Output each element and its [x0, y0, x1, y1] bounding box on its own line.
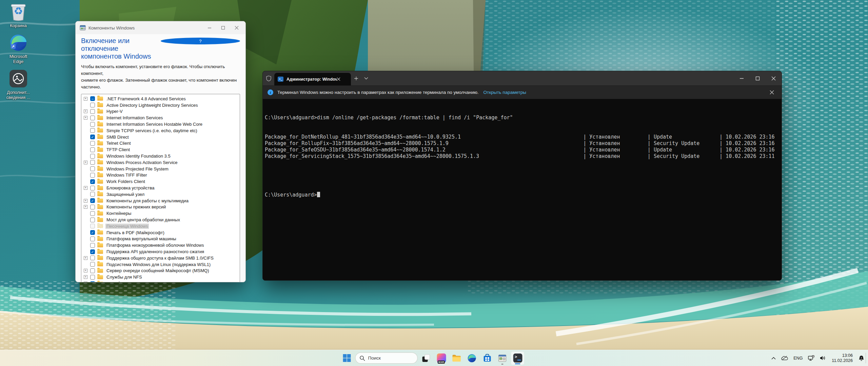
- open-settings-link[interactable]: Открыть параметры: [484, 90, 526, 95]
- feature-row[interactable]: Платформа низкоуровневой оболочки Window…: [83, 242, 240, 248]
- terminal-minimize-button[interactable]: [734, 71, 750, 85]
- feature-row[interactable]: Telnet Client: [83, 140, 240, 147]
- feature-checkbox[interactable]: [90, 103, 95, 107]
- feature-row[interactable]: + Windows Process Activation Service: [83, 159, 240, 166]
- feature-row[interactable]: Платформа виртуальной машины: [83, 236, 240, 242]
- onedrive-tray-button[interactable]: [779, 351, 790, 365]
- feature-row[interactable]: + Компоненты прежних версий: [83, 204, 240, 210]
- feature-checkbox[interactable]: [90, 154, 95, 159]
- feature-row[interactable]: Simple TCPIP services (i.e. echo, daytim…: [83, 127, 240, 134]
- m365-copilot-button[interactable]: M365: [435, 351, 448, 365]
- terminal-content[interactable]: C:\Users\adguard>dism /online /get-packa…: [263, 99, 782, 211]
- show-desktop-button[interactable]: [866, 353, 867, 363]
- feature-checkbox[interactable]: [90, 243, 95, 248]
- expander-icon[interactable]: +: [84, 199, 87, 203]
- feature-checkbox[interactable]: [90, 128, 95, 133]
- feature-row[interactable]: Подсистема Windows для Linux (поддержка …: [83, 261, 240, 268]
- microsoft-store-button[interactable]: [480, 351, 494, 365]
- dialog-titlebar[interactable]: Компоненты Windows: [76, 21, 245, 34]
- terminal-titlebar[interactable]: >_ Администратор: Windows Po: [263, 71, 782, 85]
- feature-row[interactable]: + Hyper-V: [83, 108, 240, 115]
- file-explorer-button[interactable]: [450, 351, 463, 365]
- expander-icon[interactable]: +: [84, 275, 87, 279]
- notification-bell-button[interactable]: z: [856, 351, 867, 365]
- feature-row[interactable]: Windows TIFF IFilter: [83, 172, 240, 179]
- volume-tray-button[interactable]: [817, 351, 828, 365]
- feature-row[interactable]: + – .NET Framework 4.8 Advanced Services: [83, 96, 240, 102]
- expander-icon[interactable]: +: [84, 161, 87, 164]
- feature-row[interactable]: ✓ SMB Direct: [83, 134, 240, 140]
- feature-row[interactable]: ✓ Печать в PDF (Майкрософт): [83, 229, 240, 236]
- feature-row[interactable]: ✓ Work Folders Client: [83, 178, 240, 185]
- feature-checkbox[interactable]: [90, 160, 95, 165]
- feature-row[interactable]: Active Directory Lightweight Directory S…: [83, 102, 240, 108]
- feature-row[interactable]: + ✓ Компоненты для работы с мультимедиа: [83, 198, 240, 204]
- terminal-maximize-button[interactable]: [750, 71, 766, 85]
- feature-checkbox[interactable]: ✓: [90, 249, 95, 254]
- expander-icon[interactable]: +: [84, 256, 87, 260]
- desktop-icon-recycle-bin[interactable]: ♻ Корзина: [2, 2, 35, 28]
- language-indicator[interactable]: ENG: [791, 351, 805, 365]
- search-box[interactable]: Поиск: [355, 352, 418, 364]
- feature-checkbox[interactable]: [90, 224, 95, 228]
- feature-row[interactable]: TFTP Client: [83, 146, 240, 153]
- feature-row[interactable]: ✓ Поддержка API удаленного разностного с…: [83, 248, 240, 255]
- desktop-icon-edge[interactable]: Microsoft Edge: [2, 33, 35, 64]
- feature-checkbox[interactable]: [90, 192, 95, 197]
- feature-checkbox[interactable]: –: [90, 96, 95, 101]
- feature-checkbox[interactable]: [90, 122, 95, 127]
- dialog-close-button[interactable]: [230, 23, 243, 33]
- feature-checkbox[interactable]: [90, 141, 95, 146]
- tab-close-icon[interactable]: [337, 77, 340, 81]
- help-icon[interactable]: ?: [161, 38, 240, 44]
- feature-checkbox[interactable]: [90, 268, 95, 273]
- new-tab-button[interactable]: [351, 73, 361, 83]
- feature-checkbox[interactable]: –: [90, 281, 95, 283]
- feature-checkbox[interactable]: [90, 211, 95, 216]
- clock[interactable]: 13:06 11.02.2026: [829, 353, 855, 363]
- feature-row[interactable]: Защищенный узел: [83, 191, 240, 198]
- terminal-tab[interactable]: >_ Администратор: Windows Po: [274, 73, 351, 85]
- feature-row[interactable]: Мост для центра обработки данных: [83, 217, 240, 223]
- infobar-close-button[interactable]: [767, 90, 777, 95]
- windows-features-taskbar-button[interactable]: [496, 351, 509, 365]
- feature-checkbox[interactable]: [90, 237, 95, 241]
- tab-dropdown-button[interactable]: [361, 73, 371, 83]
- feature-checkbox[interactable]: [90, 147, 95, 152]
- feature-row[interactable]: + Сервер очереди сообщений Майкрософт (M…: [83, 268, 240, 274]
- feature-row[interactable]: Internet Information Services Hostable W…: [83, 121, 240, 127]
- feature-row[interactable]: + Службы для NFS: [83, 274, 240, 280]
- expander-icon[interactable]: +: [84, 97, 87, 101]
- dialog-maximize-button[interactable]: [216, 23, 230, 33]
- feature-row[interactable]: Контейнеры: [83, 210, 240, 217]
- feature-checkbox[interactable]: [90, 205, 95, 209]
- task-view-button[interactable]: [419, 351, 433, 365]
- feature-checkbox[interactable]: ✓: [90, 198, 95, 203]
- dialog-minimize-button[interactable]: [203, 23, 216, 33]
- feature-checkbox[interactable]: ✓: [90, 230, 95, 235]
- feature-row[interactable]: + Поддержка общего доступа к файлам SMB …: [83, 255, 240, 261]
- feature-checkbox[interactable]: [90, 173, 95, 178]
- feature-row[interactable]: Песочница Windows: [83, 223, 240, 229]
- expander-icon[interactable]: +: [84, 109, 87, 113]
- expander-icon[interactable]: +: [84, 205, 87, 209]
- feature-checkbox[interactable]: [90, 166, 95, 171]
- tray-overflow-button[interactable]: [769, 351, 778, 365]
- start-button[interactable]: [340, 351, 354, 365]
- feature-row[interactable]: + – Службы печати и документов: [83, 280, 240, 282]
- desktop-icon-additional-info[interactable]: Дополнит... сведения ...: [2, 69, 35, 100]
- feature-checkbox[interactable]: ✓: [90, 135, 95, 139]
- feature-row[interactable]: + Internet Information Services: [83, 115, 240, 121]
- terminal-taskbar-button[interactable]: >: [511, 351, 525, 365]
- features-list[interactable]: + – .NET Framework 4.8 Advanced Services…: [81, 94, 240, 282]
- feature-row[interactable]: Windows Identity Foundation 3.5: [83, 153, 240, 159]
- feature-checkbox[interactable]: [90, 116, 95, 120]
- edge-button[interactable]: [465, 351, 479, 365]
- feature-checkbox[interactable]: [90, 186, 95, 190]
- feature-checkbox[interactable]: [90, 109, 95, 114]
- feature-checkbox[interactable]: ✓: [90, 179, 95, 184]
- network-tray-button[interactable]: [806, 351, 817, 365]
- expander-icon[interactable]: +: [84, 282, 87, 282]
- feature-checkbox[interactable]: [90, 218, 95, 222]
- feature-row[interactable]: + Блокировка устройства: [83, 185, 240, 191]
